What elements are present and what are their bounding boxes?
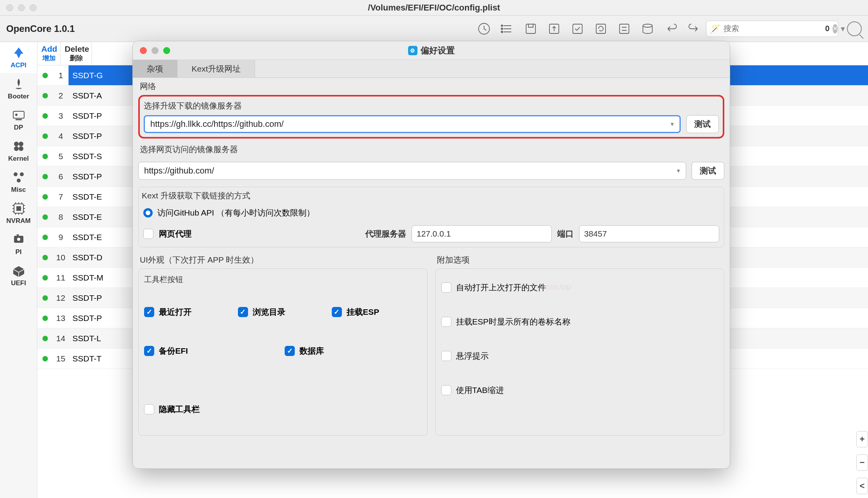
sidebar-item-acpi[interactable]: ACPI <box>0 42 37 73</box>
hide-toolbar-check[interactable] <box>144 404 154 414</box>
remove-row-button[interactable]: − <box>856 454 868 471</box>
mirror-download-group: 选择升级下载的镜像服务器 https://gh.llkk.cc/https://… <box>138 95 724 139</box>
row-index: 3 <box>53 111 69 121</box>
wand-icon: 🪄 <box>710 24 720 33</box>
mirror-download-combo[interactable]: https://gh.llkk.cc/https://github.com/ ▼ <box>144 115 681 133</box>
svg-point-3 <box>501 31 503 33</box>
status-dot-icon <box>42 255 48 260</box>
sidebar-item-nvram[interactable]: NVRAM <box>0 198 37 229</box>
sidebar-item-label: Booter <box>8 93 29 100</box>
recent-icon[interactable] <box>477 22 491 36</box>
mirror-web-combo[interactable]: https://github.com/ ▼ <box>138 162 686 180</box>
search-count: 0 <box>825 24 829 33</box>
main-titlebar: /Volumes/EFI/EFI/OC/config.plist <box>0 0 868 16</box>
check-icon[interactable] <box>570 22 585 36</box>
refresh-icon[interactable] <box>594 22 608 36</box>
tab-indent-check[interactable] <box>441 385 451 395</box>
search-icon[interactable] <box>847 21 862 36</box>
mount-icon[interactable] <box>547 22 561 36</box>
row-index: 1 <box>53 71 69 80</box>
backup-check[interactable] <box>144 346 154 356</box>
list-icon[interactable] <box>500 22 514 36</box>
svg-point-1 <box>501 25 503 26</box>
svg-point-17 <box>14 172 18 176</box>
chevron-down-icon: ▼ <box>676 168 681 174</box>
svg-point-23 <box>17 238 20 241</box>
close-icon[interactable] <box>140 47 147 54</box>
main-toolbar: OpenCore 1.0.1 🪄 0 ✕ ▾ <box>0 16 868 42</box>
save-icon[interactable] <box>524 22 538 36</box>
delete-column-header[interactable]: Delete 删除 <box>61 42 92 65</box>
search-input[interactable] <box>724 24 822 33</box>
tab-kext-url[interactable]: Kext升级网址 <box>178 60 255 77</box>
preferences-window: ⚙ 偏好设置 杂项 Kext升级网址 网络 选择升级下载的镜像服务器 https… <box>132 41 730 469</box>
prefs-title: 偏好设置 <box>421 45 455 56</box>
mount-check[interactable] <box>332 307 342 317</box>
sidebar-item-booter[interactable]: Booter <box>0 73 37 104</box>
mirror-download-label: 选择升级下载的镜像服务器 <box>144 100 719 111</box>
status-dot-icon <box>42 356 48 361</box>
recent-check[interactable] <box>144 307 154 317</box>
status-dot-icon <box>42 73 48 78</box>
kext-method-label: Kext 升级获取下载链接的方式 <box>142 190 719 201</box>
svg-point-18 <box>20 172 24 176</box>
sidebar-item-misc[interactable]: Misc <box>0 167 37 198</box>
port-label: 端口 <box>557 228 574 239</box>
sync-icon[interactable] <box>617 22 631 36</box>
status-dot-icon <box>42 275 48 281</box>
status-dot-icon <box>42 154 48 159</box>
zoom-icon[interactable] <box>163 47 170 54</box>
status-dot-icon <box>42 133 48 139</box>
database-icon[interactable] <box>641 22 655 36</box>
svg-rect-10 <box>13 111 24 118</box>
svg-point-19 <box>17 179 21 182</box>
web-proxy-check[interactable] <box>143 229 153 239</box>
zoom-icon[interactable] <box>30 4 37 11</box>
row-index: 11 <box>53 273 69 282</box>
svg-point-9 <box>643 24 652 27</box>
proxy-server-input[interactable] <box>412 225 552 242</box>
sidebar-item-kernel[interactable]: Kernel <box>0 135 37 167</box>
collapse-button[interactable]: < <box>856 478 868 494</box>
redo-icon[interactable] <box>687 22 701 36</box>
gear-icon: ⚙ <box>408 46 417 55</box>
show-vols-check[interactable] <box>441 317 451 327</box>
prefs-titlebar: ⚙ 偏好设置 <box>133 41 730 60</box>
status-dot-icon <box>42 336 48 341</box>
github-api-radio[interactable] <box>143 208 153 217</box>
db-check[interactable] <box>285 346 295 356</box>
row-index: 7 <box>53 192 69 202</box>
sidebar-item-label: Kernel <box>8 155 29 163</box>
row-index: 2 <box>53 91 69 100</box>
undo-icon[interactable] <box>664 22 678 36</box>
row-index: 10 <box>53 253 69 262</box>
close-icon[interactable] <box>6 4 13 11</box>
search-box[interactable]: 🪄 0 ✕ ▾ <box>706 21 838 37</box>
clear-icon[interactable]: ✕ <box>833 24 838 33</box>
test-web-button[interactable]: 测试 <box>692 162 724 180</box>
sidebar-item-uefi[interactable]: UEFI <box>0 260 37 291</box>
svg-point-13 <box>14 142 19 146</box>
svg-rect-6 <box>573 24 582 33</box>
status-dot-icon <box>42 316 48 321</box>
status-dot-icon <box>42 194 48 200</box>
row-index: 14 <box>53 334 69 343</box>
toolbar-icon-group <box>477 22 701 36</box>
minimize-icon[interactable] <box>18 4 25 11</box>
tab-misc[interactable]: 杂项 <box>133 60 178 77</box>
port-input[interactable] <box>579 225 719 242</box>
sidebar-item-dp[interactable]: DP <box>0 104 37 135</box>
browse-check[interactable] <box>238 307 248 317</box>
row-index: 9 <box>53 233 69 242</box>
test-download-button[interactable]: 测试 <box>686 115 719 133</box>
hover-tip-check[interactable] <box>441 351 451 361</box>
auto-open-check[interactable] <box>441 282 451 293</box>
sidebar-item-pi[interactable]: PI <box>0 229 37 260</box>
add-row-button[interactable]: + <box>856 431 868 447</box>
github-api-label: 访问GitHub API （有每小时访问次数限制） <box>157 207 315 218</box>
minimize-icon[interactable] <box>151 47 158 54</box>
chevron-down-icon[interactable]: ▾ <box>841 24 845 33</box>
add-column-header[interactable]: Add 增加 <box>37 42 61 65</box>
sidebar-item-label: Misc <box>11 186 26 194</box>
svg-rect-21 <box>16 206 21 211</box>
